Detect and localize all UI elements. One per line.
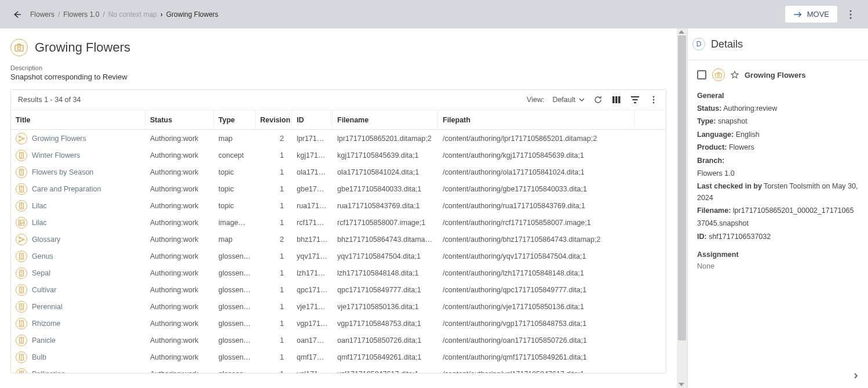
row-filename: gbe1717105840033.dita;1 (333, 185, 438, 193)
row-title-link[interactable]: Bulb (32, 353, 46, 361)
svg-rect-32 (716, 73, 722, 78)
table-row[interactable]: Flowers by SeasonAuthoring:worktopic1ola… (11, 164, 666, 180)
row-filename: yql1717105847617.dita;1 (333, 370, 438, 374)
row-id: ola17171… (292, 168, 333, 176)
favorite-star-icon[interactable] (731, 71, 739, 79)
row-revision: 1 (256, 336, 292, 345)
columns-icon[interactable] (611, 95, 622, 105)
refresh-icon[interactable] (593, 95, 603, 105)
row-status: Authoring:work (145, 168, 214, 176)
table-row[interactable]: PanicleAuthoring:workglossentry1oan1717…… (11, 332, 666, 349)
row-id: kgj17171… (292, 151, 333, 159)
row-title-link[interactable]: Glossary (32, 235, 60, 244)
col-status[interactable]: Status (145, 110, 214, 129)
row-title-link[interactable]: Pollination (32, 370, 65, 374)
table-row[interactable]: PollinationAuthoring:workglossentry1yql1… (11, 365, 666, 373)
table-row[interactable]: Growing FlowersAuthoring:workmap2lpr1717… (11, 130, 666, 147)
move-button[interactable]: MOVE (785, 5, 838, 23)
arrow-right-icon (793, 11, 803, 18)
row-title-link[interactable]: Care and Preparation (32, 185, 101, 193)
row-title-link[interactable]: Lilac (32, 202, 47, 210)
col-filename[interactable]: Filename (333, 110, 438, 129)
row-title-link[interactable]: Genus (32, 252, 53, 260)
row-type: map (214, 235, 256, 244)
row-revision: 1 (256, 185, 292, 193)
row-title-link[interactable]: Rhizome (32, 320, 60, 328)
row-title-link[interactable]: Perennial (32, 303, 63, 311)
row-title-link[interactable]: Flowers by Season (32, 168, 93, 176)
table-row[interactable]: GlossaryAuthoring:workmap2bhz1717…bhz171… (11, 231, 666, 248)
row-title-link[interactable]: Lilac (32, 219, 47, 227)
row-id: yqv1717… (292, 252, 333, 260)
svg-point-9 (653, 99, 655, 101)
view-dropdown[interactable]: Default (552, 96, 585, 104)
row-type-icon (16, 166, 27, 178)
row-type: glossentry (214, 269, 256, 277)
svg-point-11 (19, 136, 20, 137)
row-filepath: /content/authoring/gbe1717105840033.dita… (438, 185, 635, 193)
row-filename: qmf1717105849261.dita;1 (333, 353, 438, 361)
col-id[interactable]: ID (292, 110, 333, 129)
row-filepath: /content/authoring/oan1717105850726.dita… (438, 336, 635, 345)
table-row[interactable]: CultivarAuthoring:workglossentry1qpc1717… (11, 281, 666, 298)
snapshot-icon (712, 68, 725, 81)
table-row[interactable]: LilacAuthoring:worktopic1rua17171…rua171… (11, 197, 666, 214)
table-row[interactable]: GenusAuthoring:workglossentry1yqv1717…yq… (11, 248, 666, 264)
row-type-icon (16, 251, 27, 262)
row-id: lzh17171… (292, 269, 333, 277)
row-filename: rua1717105843769.dita;1 (333, 202, 438, 210)
row-type: map (214, 135, 256, 143)
row-revision: 1 (256, 168, 292, 176)
crumb-2[interactable]: Flowers 1.0 (63, 10, 99, 19)
row-filepath: /content/authoring/rua1717105843769.dita… (438, 202, 635, 210)
row-filepath: /content/authoring/lpr1717105865201.dita… (438, 135, 635, 143)
row-filename: rcf1717105858007.image;1 (333, 219, 438, 227)
row-type-icon (16, 133, 27, 144)
svg-point-20 (19, 237, 20, 238)
row-type: concept (214, 151, 256, 159)
table-row[interactable]: SepalAuthoring:workglossentry1lzh17171…l… (11, 264, 666, 281)
filter-icon[interactable] (630, 95, 640, 105)
select-checkbox[interactable] (697, 70, 706, 79)
col-filepath[interactable]: Filepath (438, 110, 635, 129)
row-filename: kgj1717105845639.dita;1 (333, 151, 438, 159)
assignment-section-label: Assignment (697, 251, 859, 259)
table-row[interactable]: BulbAuthoring:workglossentry1qmf1717…qmf… (11, 349, 666, 365)
crumb-current: Growing Flowers (166, 10, 218, 19)
details-heading: Details (711, 38, 743, 50)
row-filename: ola1717105841024.dita;1 (333, 168, 438, 176)
table-body[interactable]: Growing FlowersAuthoring:workmap2lpr1717… (11, 130, 666, 373)
page-scrollbar[interactable] (677, 28, 687, 388)
row-type-icon (16, 200, 27, 212)
row-status: Authoring:work (145, 235, 214, 244)
row-type-icon (16, 335, 27, 346)
row-title-link[interactable]: Sepal (32, 269, 50, 277)
col-revision[interactable]: Revision (256, 110, 292, 129)
table-more-icon[interactable] (648, 95, 659, 105)
row-filepath: /content/authoring/yql1717105847617.dita… (438, 370, 635, 374)
snapshot-icon (10, 39, 28, 56)
row-title-link[interactable]: Growing Flowers (32, 135, 86, 143)
svg-rect-6 (615, 96, 618, 103)
col-type[interactable]: Type (214, 110, 256, 129)
row-id: yql17171… (292, 370, 333, 374)
col-title[interactable]: Title (11, 110, 145, 129)
svg-point-2 (849, 17, 851, 19)
svg-point-0 (849, 10, 851, 12)
crumb-1[interactable]: Flowers (30, 10, 54, 19)
table-row[interactable]: RhizomeAuthoring:workglossentry1vgp1717…… (11, 315, 666, 332)
row-status: Authoring:work (145, 185, 214, 193)
table-row[interactable]: Winter FlowersAuthoring:workconcept1kgj1… (11, 147, 666, 164)
row-title-link[interactable]: Winter Flowers (32, 151, 80, 159)
chevron-down-icon (579, 98, 585, 101)
crumb-3[interactable]: No context map (108, 10, 157, 19)
row-title-link[interactable]: Cultivar (32, 286, 56, 294)
back-arrow-icon[interactable] (12, 9, 22, 20)
table-row[interactable]: LilacAuthoring:workimageme…1rcf17171…rcf… (11, 214, 666, 231)
row-title-link[interactable]: Panicle (32, 336, 56, 345)
more-menu-icon[interactable] (845, 9, 856, 20)
table-row[interactable]: PerennialAuthoring:workglossentry1vje171… (11, 298, 666, 315)
collapse-panel-icon[interactable] (849, 369, 862, 382)
row-type: topic (214, 202, 256, 210)
table-row[interactable]: Care and PreparationAuthoring:worktopic1… (11, 180, 666, 197)
